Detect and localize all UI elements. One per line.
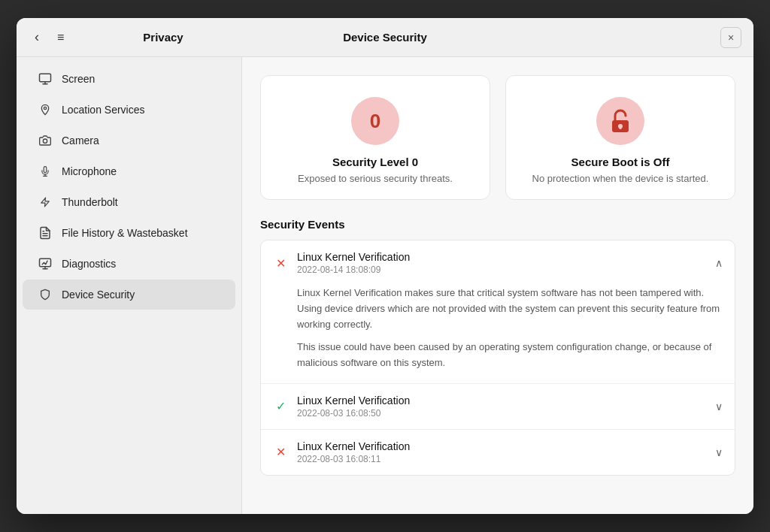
svg-point-3 [44, 107, 46, 109]
sidebar-label-camera: Camera [62, 135, 99, 147]
titlebar: ‹ Privacy ≡ Device Security × [17, 18, 753, 57]
event-name-2: Linux Kernel Verification [297, 394, 706, 407]
event-item-3: ✕ Linux Kernel Verification 2022-08-03 1… [261, 430, 735, 475]
sidebar-label-location: Location Services [62, 104, 145, 116]
event-fail-icon-3: ✕ [273, 445, 288, 460]
sidebar-label-thunderbolt: Thunderbolt [62, 196, 118, 208]
event-date-3: 2022-08-03 16:08:11 [297, 454, 706, 464]
sidebar: Screen Location Services Camera [17, 57, 242, 514]
event-body-para-1: Linux Kernel Verification makes sure tha… [297, 286, 723, 332]
event-name-3: Linux Kernel Verification [297, 440, 706, 452]
sidebar-label-device-security: Device Security [62, 289, 135, 301]
camera-icon [38, 133, 53, 148]
app-window: ‹ Privacy ≡ Device Security × Screen [17, 18, 753, 514]
sidebar-item-file-history[interactable]: File History & Wastebasket [23, 218, 235, 248]
event-item-1: ✕ Linux Kernel Verification 2022-08-14 1… [261, 240, 735, 384]
event-body-1: Linux Kernel Verification makes sure tha… [261, 286, 735, 383]
microphone-icon [38, 164, 53, 179]
screen-icon [38, 71, 53, 86]
security-level-desc: Exposed to serious security threats. [298, 173, 453, 184]
main-title: Device Security [343, 31, 427, 44]
chevron-down-icon-3: ∨ [715, 446, 723, 458]
cards-row: 0 Security Level 0 Exposed to serious se… [260, 75, 735, 200]
sidebar-item-thunderbolt[interactable]: Thunderbolt [23, 187, 235, 217]
event-header-1[interactable]: ✕ Linux Kernel Verification 2022-08-14 1… [261, 240, 735, 286]
svg-marker-7 [41, 198, 50, 207]
svg-point-4 [43, 139, 47, 143]
secure-boot-title: Secure Boot is Off [571, 156, 670, 168]
chevron-up-icon-1: ∧ [715, 257, 723, 269]
sidebar-item-microphone[interactable]: Microphone [23, 156, 235, 186]
secure-boot-card: Secure Boot is Off No protection when th… [505, 75, 735, 200]
secure-boot-icon [596, 97, 644, 145]
event-date-2: 2022-08-03 16:08:50 [297, 408, 706, 419]
security-level-icon: 0 [351, 97, 399, 145]
events-section-title: Security Events [260, 218, 735, 231]
location-icon [38, 102, 53, 117]
event-pass-icon-2: ✓ [273, 399, 288, 414]
sidebar-item-diagnostics[interactable]: Diagnostics [23, 249, 235, 279]
file-history-icon [38, 225, 53, 240]
event-header-2[interactable]: ✓ Linux Kernel Verification 2022-08-03 1… [261, 384, 735, 429]
sidebar-title: Privacy [143, 31, 183, 44]
main-content: 0 Security Level 0 Exposed to serious se… [242, 57, 753, 514]
event-body-para-2: This issue could have been caused by an … [297, 340, 723, 371]
security-level-card: 0 Security Level 0 Exposed to serious se… [260, 75, 490, 200]
event-fail-icon-1: ✕ [273, 255, 288, 271]
thunderbolt-icon [38, 195, 53, 210]
sidebar-item-device-security[interactable]: Device Security [23, 280, 235, 310]
security-level-title: Security Level 0 [332, 156, 418, 168]
sidebar-label-diagnostics: Diagnostics [62, 258, 116, 270]
event-date-1: 2022-08-14 18:08:09 [297, 264, 706, 275]
sidebar-item-location[interactable]: Location Services [23, 95, 235, 125]
sidebar-item-screen[interactable]: Screen [23, 64, 235, 94]
svg-rect-0 [40, 74, 51, 82]
chevron-down-icon-2: ∨ [715, 401, 723, 413]
event-info-1: Linux Kernel Verification 2022-08-14 18:… [297, 251, 706, 275]
device-security-icon [38, 287, 53, 302]
content-area: Screen Location Services Camera [17, 57, 753, 514]
secure-boot-desc: No protection when the device is started… [532, 173, 709, 184]
close-button[interactable]: × [720, 27, 741, 48]
event-info-3: Linux Kernel Verification 2022-08-03 16:… [297, 440, 706, 464]
event-item-2: ✓ Linux Kernel Verification 2022-08-03 1… [261, 384, 735, 430]
sidebar-item-camera[interactable]: Camera [23, 125, 235, 156]
menu-button[interactable]: ≡ [51, 28, 70, 47]
diagnostics-icon [38, 256, 53, 271]
event-header-3[interactable]: ✕ Linux Kernel Verification 2022-08-03 1… [261, 430, 735, 475]
svg-rect-13 [620, 126, 622, 129]
event-name-1: Linux Kernel Verification [297, 251, 706, 263]
events-list: ✕ Linux Kernel Verification 2022-08-14 1… [260, 240, 735, 476]
event-info-2: Linux Kernel Verification 2022-08-03 16:… [297, 394, 706, 419]
back-button[interactable]: ‹ [29, 26, 45, 48]
svg-rect-10 [40, 258, 51, 267]
sidebar-label-file-history: File History & Wastebasket [62, 227, 188, 239]
sidebar-label-screen: Screen [62, 73, 95, 85]
sidebar-label-microphone: Microphone [62, 165, 117, 177]
